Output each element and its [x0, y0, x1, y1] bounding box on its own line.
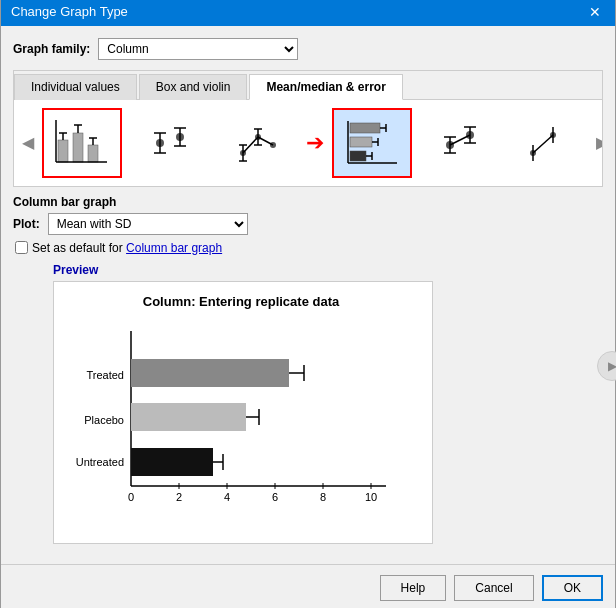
ok-button[interactable]: OK — [542, 575, 603, 601]
close-button[interactable]: ✕ — [585, 4, 605, 20]
svg-rect-36 — [350, 151, 366, 161]
right-nav-arrow[interactable]: ▶ — [597, 351, 616, 381]
horiz-bar-icon — [342, 115, 402, 170]
svg-text:10: 10 — [365, 491, 377, 503]
tab-mean-median[interactable]: Mean/median & error — [249, 74, 402, 100]
svg-rect-71 — [131, 359, 289, 387]
preview-chart: Treated Placebo Untreated 0 2 4 6 8 10 — [66, 321, 406, 521]
svg-text:4: 4 — [224, 491, 230, 503]
cancel-button[interactable]: Cancel — [454, 575, 533, 601]
svg-text:6: 6 — [272, 491, 278, 503]
svg-rect-3 — [73, 133, 83, 162]
red-arrow: ➔ — [306, 130, 324, 156]
graph-icons-area: ◀ — [14, 100, 602, 186]
graph-icon-scatter3[interactable] — [420, 108, 500, 178]
graph-icon-scatter2[interactable] — [218, 108, 298, 178]
default-checkbox-row: Set as default for Column bar graph — [15, 241, 603, 255]
graph-icon-scatter1[interactable] — [130, 108, 210, 178]
plot-select[interactable]: Mean with SD Mean with SEM Mean with CI … — [48, 213, 248, 235]
tab-box-violin[interactable]: Box and violin — [139, 74, 248, 100]
scatter3-icon — [430, 115, 490, 170]
svg-text:0: 0 — [128, 491, 134, 503]
chart-container: Treated Placebo Untreated 0 2 4 6 8 10 — [66, 321, 416, 531]
graph-icon-col-bar[interactable] — [42, 108, 122, 178]
help-button[interactable]: Help — [380, 575, 447, 601]
tabs-row: Individual values Box and violin Mean/me… — [14, 71, 602, 100]
section-label: Column bar graph — [13, 195, 603, 209]
default-link[interactable]: Column bar graph — [126, 241, 222, 255]
svg-line-52 — [533, 135, 553, 153]
default-checkbox[interactable] — [15, 241, 28, 254]
col-bar-icon — [52, 115, 112, 170]
change-graph-dialog: Change Graph Type ✕ Graph family: Column… — [0, 0, 616, 608]
preview-section: Preview Column: Entering replicate data … — [53, 263, 603, 544]
graph-icon-horiz-bar[interactable] — [332, 108, 412, 178]
svg-text:8: 8 — [320, 491, 326, 503]
default-checkbox-label: Set as default for — [32, 241, 123, 255]
tab-individual-values[interactable]: Individual values — [14, 74, 137, 100]
svg-rect-30 — [350, 123, 380, 133]
dialog-title: Change Graph Type — [11, 4, 128, 19]
svg-text:2: 2 — [176, 491, 182, 503]
scroll-left-arrow[interactable]: ◀ — [18, 133, 38, 152]
graph-family-row: Graph family: Column — [13, 38, 603, 60]
svg-line-23 — [258, 137, 273, 145]
preview-title: Column: Entering replicate data — [66, 294, 416, 309]
preview-label: Preview — [53, 263, 603, 277]
svg-text:Treated: Treated — [86, 369, 124, 381]
svg-rect-33 — [350, 137, 372, 147]
svg-text:Untreated: Untreated — [76, 456, 124, 468]
svg-rect-74 — [131, 403, 246, 431]
plot-label: Plot: — [13, 217, 40, 231]
graph-family-select[interactable]: Column — [98, 38, 298, 60]
scatter2-icon — [228, 115, 288, 170]
plot-row: Plot: Mean with SD Mean with SEM Mean wi… — [13, 213, 603, 235]
dialog-content: Graph family: Column Individual values B… — [1, 26, 615, 556]
tabs-container: Individual values Box and violin Mean/me… — [13, 70, 603, 187]
graph-icons-scroll: ➔ — [42, 108, 588, 178]
svg-text:Placebo: Placebo — [84, 414, 124, 426]
graph-family-label: Graph family: — [13, 42, 90, 56]
scatter4-icon — [518, 115, 578, 170]
svg-rect-77 — [131, 448, 213, 476]
title-bar: Change Graph Type ✕ — [1, 0, 615, 26]
scroll-right-arrow[interactable]: ▶ — [592, 133, 602, 152]
preview-box: Column: Entering replicate data Treated … — [53, 281, 433, 544]
bottom-buttons: Help Cancel OK — [1, 564, 615, 609]
svg-rect-0 — [58, 140, 68, 162]
svg-rect-6 — [88, 145, 98, 162]
scatter1-icon — [140, 115, 200, 170]
graph-icon-scatter4[interactable] — [508, 108, 588, 178]
